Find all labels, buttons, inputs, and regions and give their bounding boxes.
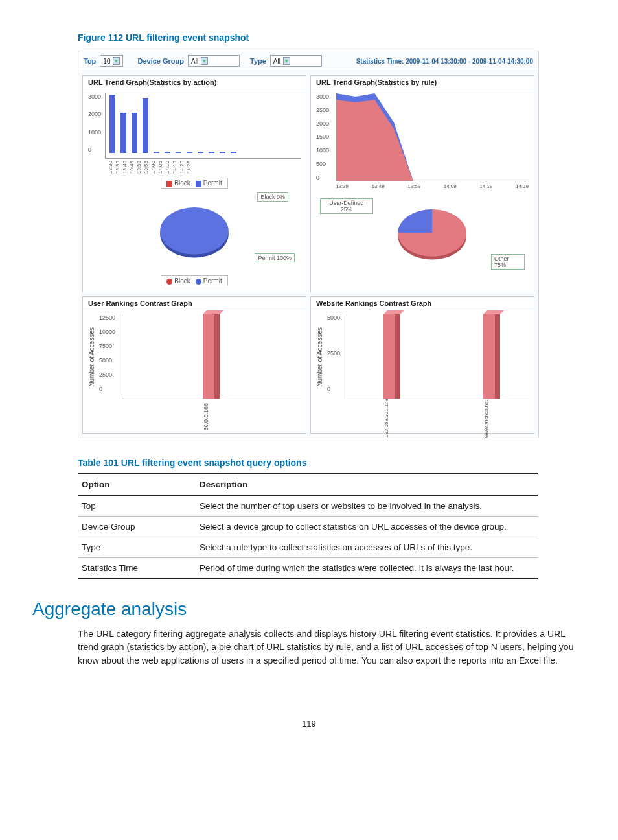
- pie-icon: [146, 205, 243, 259]
- table-row: Device Group Select a device group to co…: [78, 517, 538, 537]
- callout-other: Other 75%: [491, 254, 525, 270]
- device-group-select[interactable]: All ▾: [188, 55, 240, 67]
- panel-title: Website Rankings Contrast Graph: [311, 297, 534, 310]
- pie-chart-rule: User-Defined 25% Other 75%: [316, 196, 529, 272]
- panel-title: URL Trend Graph(Statistics by action): [83, 76, 306, 89]
- panel-rule-trend: URL Trend Graph(Statistics by rule) 3000…: [310, 75, 534, 292]
- screenshot-container: Top 10 ▾ Device Group All ▾ Type All ▾ S…: [78, 51, 539, 438]
- page-number: 119: [32, 719, 586, 729]
- x-tick: 30.0.0.166: [203, 403, 209, 431]
- area-chart-rule: 3000 2500 2000 1500 1000 500 0 13:39: [311, 89, 534, 277]
- y-axis: 5000 2500 0: [327, 314, 340, 392]
- table-row: Top Select the number of top users or we…: [78, 495, 538, 517]
- y-label: Number of Accesses: [88, 327, 95, 387]
- y-axis: 12500 10000 7500 5000 2500 0: [99, 314, 115, 392]
- callout-userdef: User-Defined 25%: [320, 198, 373, 214]
- bar3d-chart-user: Number of Accesses 12500 10000 7500 5000…: [83, 310, 306, 404]
- table-caption: Table 101 URL filtering event snapshot q…: [78, 458, 586, 468]
- panel-action-trend: URL Trend Graph(Statistics by action) 30…: [82, 75, 306, 292]
- type-select[interactable]: All ▾: [270, 55, 322, 67]
- top-select[interactable]: 10 ▾: [100, 55, 123, 67]
- callout-block: Block 0%: [257, 192, 288, 202]
- options-table: Option Description Top Select the number…: [78, 473, 538, 579]
- x-tick: www.ifriends.net: [483, 400, 489, 438]
- x-axis: 13:39 13:49 13:59 14:09 14:19 14:29: [336, 183, 529, 189]
- y-axis: 3000 2500 2000 1500 1000 500 0: [316, 93, 329, 181]
- chevron-down-icon: ▾: [201, 57, 208, 65]
- table-row: Statistics Time Period of time during wh…: [78, 558, 538, 579]
- svg-point-1: [160, 207, 229, 255]
- stats-time: Statistics Time: 2009-11-04 13:30:00 - 2…: [356, 58, 533, 65]
- device-group-label: Device Group: [137, 57, 184, 65]
- section-heading: Aggregate analysis: [32, 599, 586, 620]
- screenshot-toolbar: Top 10 ▾ Device Group All ▾ Type All ▾ S…: [78, 51, 538, 71]
- chevron-down-icon: ▾: [113, 57, 120, 65]
- figure-caption: Figure 112 URL filtering event snapshot: [78, 32, 586, 43]
- callout-permit: Permit 100%: [255, 253, 295, 262]
- panel-website-rankings: Website Rankings Contrast Graph Number o…: [310, 296, 534, 434]
- pie-legend: Block Permit: [161, 275, 227, 286]
- type-label: Type: [250, 57, 266, 65]
- svg-marker-3: [336, 100, 529, 181]
- pie-chart-action: Block 0% Permit 100%: [88, 194, 301, 272]
- table-row: Type Select a rule type to collect stati…: [78, 537, 538, 558]
- top-label: Top: [84, 57, 96, 65]
- device-group-value: All: [191, 58, 198, 65]
- top-value: 10: [103, 58, 110, 65]
- legend: Block Permit: [161, 178, 227, 189]
- x-tick: 192.168.201.178: [383, 399, 389, 438]
- th-option: Option: [78, 474, 196, 495]
- panel-user-rankings: User Rankings Contrast Graph Number of A…: [82, 296, 306, 434]
- y-label: Number of Accesses: [316, 327, 323, 387]
- panel-title: User Rankings Contrast Graph: [83, 297, 306, 310]
- y-axis: 3000 2000 1000 0: [88, 93, 101, 153]
- x-axis: 13:30 13:35 13:40 13:45 13:50 13:55 14:0…: [108, 161, 301, 174]
- th-description: Description: [196, 474, 538, 495]
- section-paragraph: The URL category filtering aggregate ana…: [78, 627, 586, 667]
- type-value: All: [273, 58, 280, 65]
- chevron-down-icon: ▾: [283, 57, 290, 65]
- pie-icon: [385, 207, 479, 261]
- bar3d-chart-website: Number of Accesses 5000 2500 0 192.168.2…: [311, 310, 534, 404]
- panel-title: URL Trend Graph(Statistics by rule): [311, 76, 534, 89]
- bar-chart-action: 3000 2000 1000 0: [83, 89, 306, 292]
